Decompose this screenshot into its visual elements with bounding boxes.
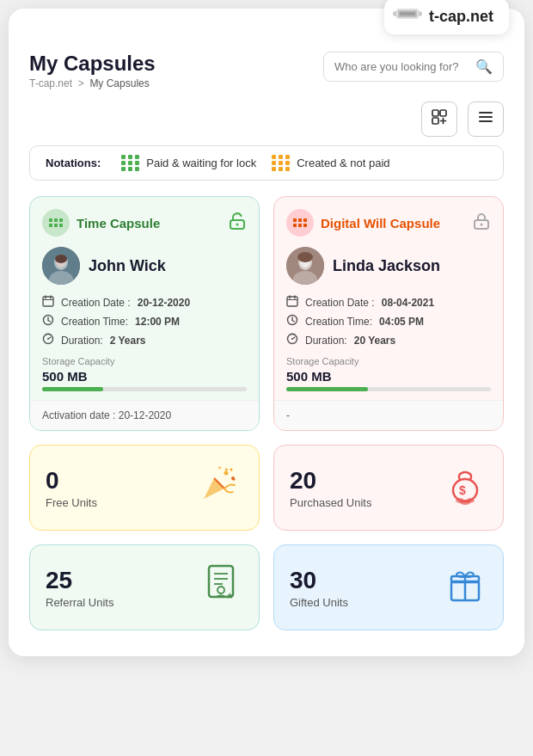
capsule-type-icon-time xyxy=(42,209,70,237)
lock-closed-icon xyxy=(472,212,491,235)
user-name-john: John Wick xyxy=(89,257,166,275)
creation-time-value-digital: 04:05 PM xyxy=(379,316,424,328)
stat-label-free-units: Free Units xyxy=(46,496,97,509)
duration-label-digital: Duration: xyxy=(305,335,347,347)
stat-text-purchased-units: 20 Purchased Units xyxy=(290,467,371,509)
capsule-type-label-time: Time Capsule xyxy=(77,216,160,230)
menu-button[interactable] xyxy=(468,101,504,137)
svg-point-69 xyxy=(460,500,470,505)
capsules-grid: Time Capsule xyxy=(29,196,504,431)
progress-fill-digital xyxy=(286,387,368,391)
logo-icon xyxy=(393,5,422,28)
svg-rect-6 xyxy=(432,118,438,124)
gift-icon xyxy=(443,561,487,614)
logo-badge: t-cap.net xyxy=(384,0,509,34)
svg-rect-14 xyxy=(54,218,58,222)
storage-section-digital: Storage Capacity 500 MB xyxy=(286,356,491,391)
svg-text:✦: ✦ xyxy=(217,465,222,470)
svg-rect-37 xyxy=(303,218,307,222)
toolbar xyxy=(29,101,504,137)
activation-label-digital: - xyxy=(286,409,290,421)
svg-rect-36 xyxy=(298,218,302,222)
duration-icon-time xyxy=(42,333,54,347)
svg-rect-40 xyxy=(303,224,307,227)
svg-rect-17 xyxy=(54,224,58,227)
stat-label-gifted-units: Gifted Units xyxy=(290,596,348,609)
progress-fill-time xyxy=(42,387,103,391)
stat-number-purchased-units: 20 xyxy=(290,467,371,495)
add-capsule-button[interactable] xyxy=(421,101,457,137)
info-duration-time: Duration: 2 Years xyxy=(42,333,247,347)
user-name-linda: Linda Jackson xyxy=(333,257,440,275)
breadcrumb: T-cap.net > My Capsules xyxy=(29,77,156,89)
info-creation-time-time: Creation Time: 12:00 PM xyxy=(42,314,247,329)
storage-value-digital: 500 MB xyxy=(286,369,491,384)
user-row-linda: Linda Jackson xyxy=(286,247,491,285)
svg-rect-16 xyxy=(49,224,52,227)
notation-created-label: Created & not paid xyxy=(297,157,389,169)
notation-paid: Paid & waiting for lock xyxy=(121,155,256,171)
stat-text-gifted-units: 30 Gifted Units xyxy=(290,567,348,609)
capsule-type-label-digital: Digital Will Capsule xyxy=(321,216,440,230)
duration-label-time: Duration: xyxy=(61,335,103,347)
search-bar[interactable]: 🔍 xyxy=(323,52,504,82)
svg-point-42 xyxy=(481,223,483,225)
notation-created: Created & not paid xyxy=(272,155,389,171)
app-container: t-cap.net My Capsules T-cap.net > My Cap… xyxy=(9,9,524,656)
svg-point-74 xyxy=(217,587,224,593)
stat-card-purchased-units: 20 Purchased Units $ xyxy=(273,445,504,531)
svg-rect-4 xyxy=(432,110,438,116)
logo-text: t-cap.net xyxy=(429,8,493,26)
svg-line-54 xyxy=(292,321,295,323)
creation-date-value-time: 20-12-2020 xyxy=(138,297,190,309)
page-title: My Capsules xyxy=(29,52,156,76)
notations-label: Notations: xyxy=(46,157,101,169)
svg-rect-5 xyxy=(440,110,446,116)
progress-bar-time xyxy=(42,387,247,391)
creation-time-label-time: Creation Time: xyxy=(61,316,128,328)
capsule-type-icon-digital xyxy=(286,209,314,237)
duration-icon-digital xyxy=(286,333,298,347)
capsule-type-digital: Digital Will Capsule xyxy=(286,209,440,237)
creation-date-label-digital: Creation Date : xyxy=(305,297,375,309)
avatar-linda xyxy=(286,247,324,285)
hamburger-icon xyxy=(477,108,494,130)
notation-created-icon xyxy=(272,155,291,171)
capsule-card-time: Time Capsule xyxy=(29,196,260,431)
svg-point-56 xyxy=(291,338,293,340)
money-bag-icon: $ xyxy=(443,461,487,514)
svg-point-47 xyxy=(297,252,313,262)
header-left: My Capsules T-cap.net > My Capsules xyxy=(29,52,156,89)
clock-icon-digital xyxy=(286,314,298,329)
stat-text-free-units: 0 Free Units xyxy=(46,467,97,509)
svg-rect-3 xyxy=(400,12,415,15)
activation-label-time: Activation date : 20-12-2020 xyxy=(42,409,171,421)
svg-point-25 xyxy=(55,255,67,263)
storage-label-time: Storage Capacity xyxy=(42,356,247,366)
duration-value-digital: 20 Years xyxy=(354,335,396,347)
svg-rect-35 xyxy=(293,218,297,222)
stat-card-gifted-units: 30 Gifted Units xyxy=(273,544,504,630)
creation-date-value-digital: 08-04-2021 xyxy=(382,297,434,309)
breadcrumb-home[interactable]: T-cap.net xyxy=(29,77,72,89)
avatar-john xyxy=(42,247,80,285)
storage-section-time: Storage Capacity 500 MB xyxy=(42,356,247,391)
svg-point-20 xyxy=(236,223,239,225)
stat-card-referral-units: 25 Referral Units ★ xyxy=(29,544,260,630)
duration-value-time: 2 Years xyxy=(110,335,146,347)
svg-rect-26 xyxy=(43,297,53,306)
info-creation-date-time: Creation Date : 20-12-2020 xyxy=(42,295,247,310)
clock-icon-time xyxy=(42,314,54,329)
svg-rect-13 xyxy=(49,218,52,222)
notations-bar: Notations: Paid & waiting for lock Creat… xyxy=(29,145,504,181)
svg-point-34 xyxy=(47,338,49,340)
search-input[interactable] xyxy=(334,60,469,73)
stat-number-referral-units: 25 xyxy=(46,567,113,594)
svg-point-61 xyxy=(230,469,233,471)
svg-text:✦: ✦ xyxy=(224,466,230,474)
add-icon xyxy=(431,108,448,130)
svg-rect-38 xyxy=(293,224,297,227)
info-creation-date-digital: Creation Date : 08-04-2021 xyxy=(286,295,491,310)
activation-row-time: Activation date : 20-12-2020 xyxy=(30,400,259,430)
capsule-card-header-time: Time Capsule xyxy=(42,209,247,237)
